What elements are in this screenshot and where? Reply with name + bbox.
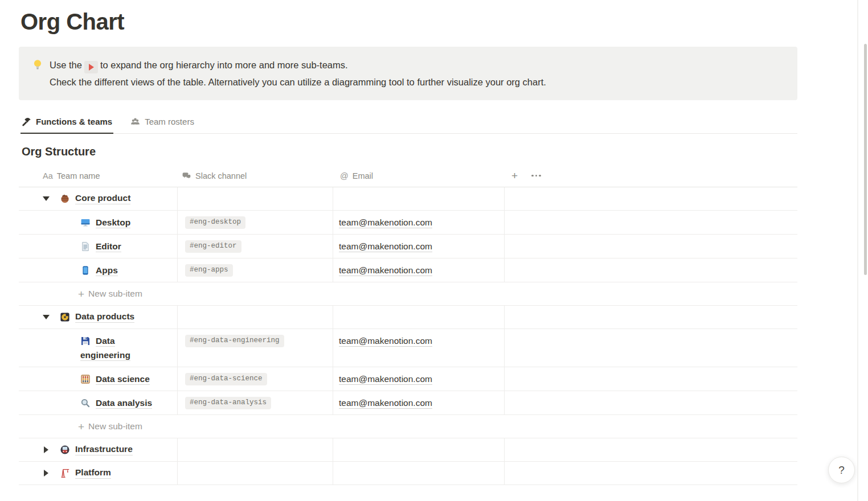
speech-bubbles-icon bbox=[182, 171, 191, 180]
slack-channel-tag[interactable]: #eng-apps bbox=[185, 264, 233, 277]
slack-channel-cell[interactable]: #eng-editor bbox=[178, 235, 333, 258]
table-title: Org Structure bbox=[22, 144, 868, 159]
slack-channel-cell[interactable] bbox=[178, 187, 333, 210]
header-extra: + bbox=[505, 165, 797, 187]
tab-functions-and-teams[interactable]: Functions & teams bbox=[21, 117, 113, 133]
column-header-slack-channel[interactable]: Slack channel bbox=[178, 165, 333, 187]
table-row: Apps#eng-appsteam@makenotion.com bbox=[19, 258, 797, 282]
team-name-link[interactable]: Data science bbox=[96, 374, 150, 385]
chestnut-emoji bbox=[60, 194, 70, 204]
metro-emoji bbox=[60, 445, 70, 455]
table-body: Core product Desktop#eng-desktopteam@mak… bbox=[19, 187, 797, 485]
filler-cell bbox=[505, 235, 797, 258]
slack-channel-tag[interactable]: #eng-data-analysis bbox=[185, 397, 271, 409]
slack-channel-tag[interactable]: #eng-data-engineering bbox=[185, 335, 284, 347]
team-name-link[interactable]: Core product bbox=[75, 193, 130, 204]
email-cell[interactable]: team@makenotion.com bbox=[333, 367, 505, 391]
table-row: Infrastructure bbox=[19, 438, 797, 462]
email-value[interactable]: team@makenotion.com bbox=[339, 374, 432, 385]
callout-line-2: Check the different views of the table. … bbox=[50, 73, 546, 91]
email-cell[interactable] bbox=[333, 462, 505, 484]
team-name-cell[interactable]: Data science bbox=[19, 367, 178, 391]
team-name-link[interactable]: Platform bbox=[75, 467, 111, 479]
email-value[interactable]: team@makenotion.com bbox=[339, 265, 432, 276]
team-name-link[interactable]: Data analysis bbox=[96, 398, 152, 409]
team-name-cell[interactable]: Core product bbox=[19, 187, 178, 210]
email-cell[interactable]: team@makenotion.com bbox=[333, 258, 505, 282]
email-cell[interactable] bbox=[333, 438, 505, 461]
email-value[interactable]: team@makenotion.com bbox=[339, 398, 432, 409]
team-name-cell[interactable]: Desktop bbox=[19, 211, 178, 234]
team-name-cell[interactable]: Data products bbox=[19, 306, 178, 328]
new-sub-item-button[interactable]: + New sub-item bbox=[19, 282, 797, 306]
slack-channel-tag[interactable]: #eng-data-science bbox=[185, 373, 267, 385]
team-name-link[interactable]: Data products bbox=[75, 311, 134, 323]
team-name-cell[interactable]: Platform bbox=[19, 462, 178, 484]
add-column-button[interactable]: + bbox=[511, 170, 518, 181]
callout: Use theto expand the org hierarchy into … bbox=[19, 47, 797, 100]
tab-team-rosters[interactable]: Team rosters bbox=[129, 117, 195, 133]
text-property-icon: Aa bbox=[43, 171, 53, 180]
mobile-phone-emoji bbox=[80, 265, 91, 276]
email-cell[interactable] bbox=[333, 187, 505, 210]
expand-toggle-icon[interactable] bbox=[42, 445, 51, 454]
email-cell[interactable]: team@makenotion.com bbox=[333, 235, 505, 258]
slack-channel-cell[interactable] bbox=[178, 438, 333, 461]
slack-channel-tag[interactable]: #eng-editor bbox=[185, 240, 241, 253]
vertical-scrollbar[interactable] bbox=[864, 44, 867, 275]
email-cell[interactable] bbox=[333, 306, 505, 328]
new-sub-item-label: New sub-item bbox=[88, 289, 142, 299]
table-row: Desktop#eng-desktopteam@makenotion.com bbox=[19, 211, 797, 235]
slack-channel-cell[interactable]: #eng-data-analysis bbox=[178, 391, 333, 414]
slack-channel-cell[interactable] bbox=[178, 462, 333, 484]
filler-cell bbox=[505, 187, 797, 210]
computer-disk-emoji bbox=[60, 312, 70, 322]
building-construction-emoji bbox=[60, 468, 70, 478]
table-header: Aa Team name Slack channel @ Email + bbox=[19, 165, 797, 187]
email-value[interactable]: team@makenotion.com bbox=[339, 336, 432, 347]
page-document-emoji bbox=[80, 241, 91, 252]
help-button[interactable]: ? bbox=[828, 457, 855, 483]
team-name-cell[interactable]: Editor bbox=[19, 235, 178, 258]
slack-channel-cell[interactable] bbox=[178, 306, 333, 328]
table-row: Platform bbox=[19, 462, 797, 485]
email-cell[interactable]: team@makenotion.com bbox=[333, 211, 505, 234]
slack-channel-cell[interactable]: #eng-data-science bbox=[178, 367, 333, 391]
collapse-toggle-icon[interactable] bbox=[42, 313, 51, 322]
slack-channel-cell[interactable]: #eng-data-engineering bbox=[178, 329, 333, 367]
collapse-toggle-icon[interactable] bbox=[42, 194, 51, 203]
email-value[interactable]: team@makenotion.com bbox=[339, 217, 432, 228]
email-cell[interactable]: team@makenotion.com bbox=[333, 391, 505, 414]
floppy-disk-emoji bbox=[80, 336, 91, 346]
new-sub-item-button[interactable]: + New sub-item bbox=[19, 415, 797, 438]
filler-cell bbox=[505, 329, 797, 367]
filler-cell bbox=[505, 438, 797, 461]
expand-toggle-icon[interactable] bbox=[42, 469, 51, 478]
new-sub-item-label: New sub-item bbox=[88, 421, 142, 432]
abacus-emoji bbox=[80, 374, 91, 384]
team-name-link[interactable]: Editor bbox=[96, 241, 121, 252]
column-header-email[interactable]: @ Email bbox=[333, 165, 505, 187]
team-name-cell[interactable]: Data engineering bbox=[19, 329, 178, 367]
callout-line-1: Use theto expand the org hierarchy into … bbox=[50, 56, 546, 73]
org-structure-table: Aa Team name Slack channel @ Email + Cor… bbox=[19, 165, 797, 485]
team-name-cell[interactable]: Infrastructure bbox=[19, 438, 178, 461]
email-value[interactable]: team@makenotion.com bbox=[339, 241, 432, 252]
team-name-cell[interactable]: Data analysis bbox=[19, 391, 178, 414]
team-name-link[interactable]: Desktop bbox=[96, 217, 130, 228]
column-header-team-name[interactable]: Aa Team name bbox=[19, 165, 178, 187]
plus-icon: + bbox=[78, 289, 84, 299]
table-more-options-button[interactable] bbox=[531, 175, 541, 177]
slack-channel-tag[interactable]: #eng-desktop bbox=[185, 216, 245, 229]
team-name-link[interactable]: Infrastructure bbox=[75, 444, 133, 455]
table-row: Data products bbox=[19, 306, 797, 329]
plus-icon: + bbox=[78, 421, 84, 432]
filler-cell bbox=[505, 462, 797, 484]
magnifying-glass-emoji bbox=[80, 398, 91, 408]
team-name-link[interactable]: Apps bbox=[96, 265, 118, 276]
slack-channel-cell[interactable]: #eng-apps bbox=[178, 258, 333, 282]
team-name-cell[interactable]: Apps bbox=[19, 258, 178, 282]
table-row: Data science#eng-data-scienceteam@makeno… bbox=[19, 367, 797, 391]
email-cell[interactable]: team@makenotion.com bbox=[333, 329, 505, 367]
slack-channel-cell[interactable]: #eng-desktop bbox=[178, 211, 333, 234]
